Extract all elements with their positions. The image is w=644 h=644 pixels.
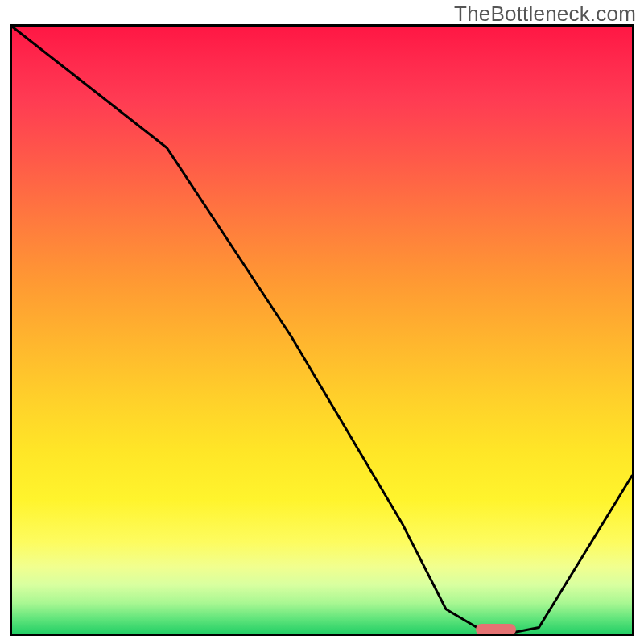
plot-area [10,24,634,636]
watermark-text: TheBottleneck.com [454,2,636,27]
chart-frame: TheBottleneck.com [0,0,644,644]
bottleneck-curve [12,27,632,634]
optimal-marker-icon [476,624,516,635]
